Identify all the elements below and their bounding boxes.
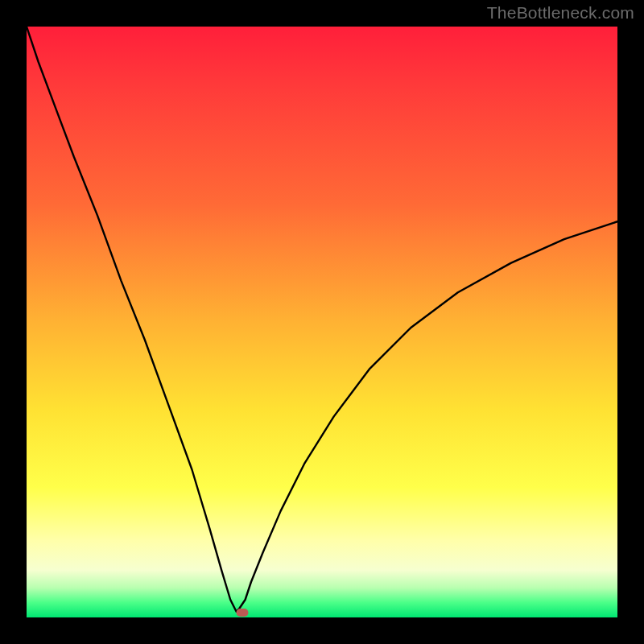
watermark-text: TheBottleneck.com [487,3,634,23]
chart-frame: TheBottleneck.com [0,0,644,644]
minimum-marker [236,609,248,617]
bottleneck-curve [27,27,617,617]
plot-area [27,27,617,617]
curve-path [27,27,617,612]
